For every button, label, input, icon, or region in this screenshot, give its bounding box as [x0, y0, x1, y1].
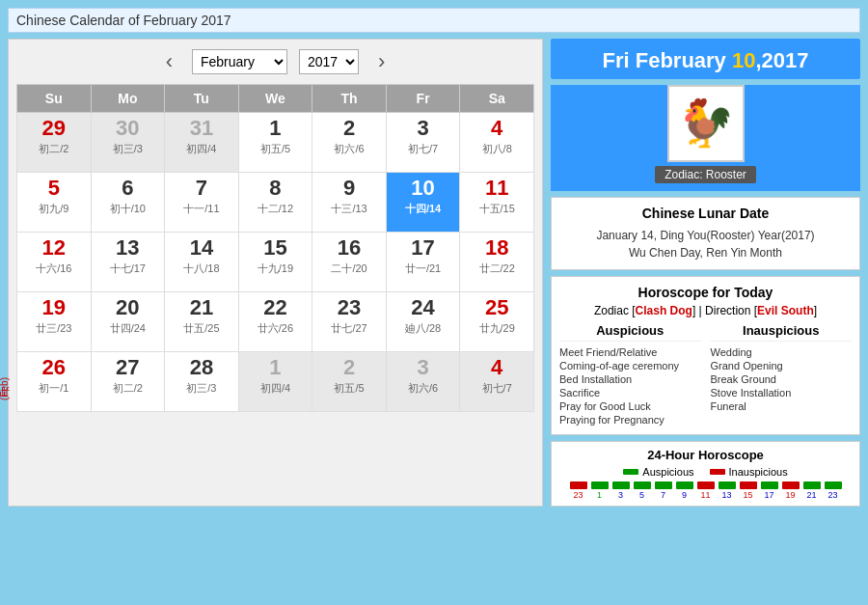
calendar-day[interactable]: 8十二/12	[238, 173, 312, 233]
hour-number: 15	[743, 490, 752, 500]
feb-month-label: 二月 (Feb)	[0, 377, 12, 403]
calendar-day[interactable]: 4初八/8	[460, 113, 534, 173]
lunar-date: 初八/8	[462, 142, 531, 156]
hour-number: 5	[639, 490, 644, 500]
lunar-date: 十四/14	[389, 202, 458, 216]
auspicious-col: Auspicious Meet Friend/RelativeComing-of…	[559, 323, 701, 426]
day-number: 18	[462, 236, 531, 260]
calendar-day[interactable]: 28初三/3	[165, 352, 239, 412]
calendar-day[interactable]: 17廿一/21	[386, 233, 460, 292]
info-section: Fri February 10,2017 🐓 Zodiac: Rooster C…	[551, 39, 860, 507]
month-select[interactable]: JanuaryFebruaryMarchAprilMayJuneJulyAugu…	[192, 49, 287, 74]
calendar-day[interactable]: 2初五/5	[312, 352, 387, 412]
hour-title: 24-Hour Horoscope	[559, 448, 852, 462]
inauspicious-title: Inauspicious	[711, 323, 853, 342]
calendar-day[interactable]: 6初十/10	[91, 173, 165, 233]
calendar-day[interactable]: 22廿六/26	[238, 292, 312, 352]
lunar-date: 初五/5	[314, 381, 384, 396]
rooster-image: 🐓	[667, 85, 745, 162]
lunar-date: 廿三/23	[19, 321, 89, 336]
calendar-day[interactable]: 31初四/4	[165, 113, 239, 173]
day-number: 9	[314, 177, 384, 200]
calendar-day[interactable]: 4初七/7	[460, 352, 534, 412]
zodiac-box: 🐓 Zodiac: Rooster	[551, 85, 860, 191]
day-number: 1	[241, 117, 311, 140]
hour-number: 3	[618, 490, 623, 500]
calendar-day[interactable]: 15十九/19	[238, 233, 312, 292]
hour-bar	[803, 481, 821, 489]
list-item: Pray for Good Luck	[559, 399, 701, 413]
lunar-date: 廿五/25	[167, 321, 236, 336]
calendar-day[interactable]: 16二十/20	[312, 233, 387, 292]
calendar-day[interactable]: 13十七/17	[91, 233, 165, 292]
prev-arrow[interactable]: ‹	[158, 47, 180, 76]
day-number: 16	[314, 236, 384, 260]
day-header-su: Su	[17, 85, 92, 113]
horoscope-box: Horoscope for Today Zodiac [Clash Dog] |…	[551, 276, 860, 435]
calendar-day[interactable]: 24廸八/28	[386, 292, 460, 352]
lunar-date: 初四/4	[241, 381, 311, 396]
list-item: Wedding	[711, 345, 853, 359]
list-item: Funeral	[711, 399, 853, 413]
day-number: 3	[389, 356, 458, 379]
day-header-fr: Fr	[386, 85, 460, 113]
calendar-day[interactable]: 9十三/13	[312, 173, 387, 233]
lunar-date: 初七/7	[462, 381, 531, 396]
inauspicious-list: WeddingGrand OpeningBreak GroundStove In…	[711, 345, 853, 413]
calendar-day[interactable]: 3初六/6	[386, 352, 460, 412]
day-number: 26	[19, 356, 89, 379]
lunar-date: 初十/10	[94, 202, 163, 216]
date-header: Fri February 10,2017	[551, 39, 860, 79]
lunar-date: 十九/19	[241, 261, 311, 276]
hour-number: 21	[806, 490, 816, 500]
calendar-day[interactable]: 19廿三/23	[17, 292, 92, 352]
day-header-we: We	[238, 85, 312, 113]
list-item: Break Ground	[711, 372, 853, 386]
hour-cell: 19	[780, 481, 801, 500]
calendar-day[interactable]: 21廿五/25	[165, 292, 239, 352]
lunar-line2: Wu Chen Day, Ren Yin Month	[559, 244, 852, 261]
hour-number: 13	[721, 490, 731, 500]
main-container: ‹ JanuaryFebruaryMarchAprilMayJuneJulyAu…	[8, 39, 860, 507]
day-number: 14	[167, 236, 236, 260]
calendar-day[interactable]: 29初二/2	[17, 113, 92, 173]
calendar-day[interactable]: 26初一/1二月 (Feb)	[17, 352, 92, 412]
list-item: Praying for Pregnancy	[559, 413, 701, 426]
hour-cell: 1	[589, 481, 610, 500]
calendar-day[interactable]: 3初七/7	[386, 113, 460, 173]
day-number: 27	[94, 356, 163, 379]
calendar-day[interactable]: 18廿二/22	[460, 233, 534, 292]
hour-cell: 3	[610, 481, 632, 500]
calendar-day[interactable]: 1初四/4	[238, 352, 312, 412]
calendar-day[interactable]: 27初二/2	[91, 352, 165, 412]
year-select[interactable]: 2000200120022003200420052006200720082009…	[299, 49, 359, 74]
calendar-day[interactable]: 23廿七/27	[312, 292, 387, 352]
calendar-day[interactable]: 14十八/18	[165, 233, 239, 292]
day-number: 24	[389, 296, 458, 319]
calendar-day[interactable]: 7十一/11	[165, 173, 239, 233]
hour-cell: 15	[738, 481, 759, 500]
calendar-day[interactable]: 11十五/15	[460, 173, 534, 233]
calendar-day[interactable]: 5初九/9	[17, 173, 92, 233]
calendar-day[interactable]: 12十六/16	[17, 233, 92, 292]
day-number: 19	[19, 296, 89, 319]
inauspicious-col: Inauspicious WeddingGrand OpeningBreak G…	[711, 323, 853, 426]
calendar-day[interactable]: 1初五/5	[238, 113, 312, 173]
hour-cell: 23	[823, 481, 844, 500]
calendar-day[interactable]: 10十四/14	[386, 173, 460, 233]
calendar-day[interactable]: 2初六/6	[312, 113, 387, 173]
day-number: 29	[19, 117, 89, 140]
day-number: 5	[19, 177, 89, 200]
calendar-day[interactable]: 20廿四/24	[91, 292, 165, 352]
next-arrow[interactable]: ›	[370, 47, 393, 76]
lunar-date: 廿四/24	[94, 321, 163, 336]
hour-number: 17	[764, 490, 773, 500]
calendar-day[interactable]: 25廿九/29	[460, 292, 534, 352]
calendar-day[interactable]: 30初三/3	[91, 113, 165, 173]
hour-bar	[676, 481, 693, 489]
hour-box: 24-Hour Horoscope Auspicious Inauspiciou…	[551, 441, 860, 507]
lunar-date: 初五/5	[241, 142, 311, 156]
legend-green-dot	[623, 469, 638, 475]
lunar-date: 十三/13	[314, 202, 384, 216]
list-item: Meet Friend/Relative	[559, 345, 701, 359]
